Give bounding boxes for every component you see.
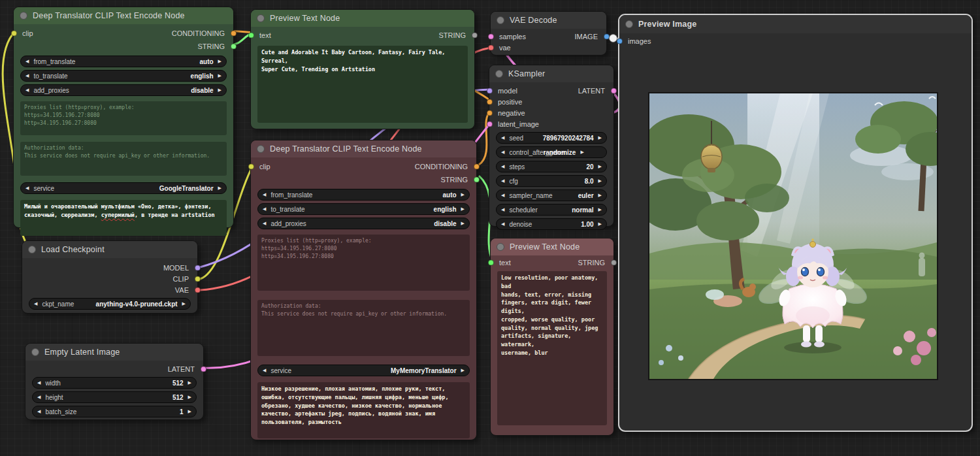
collapse-dot-icon[interactable]: [625, 20, 633, 28]
input-port-vae[interactable]: [488, 44, 494, 50]
output-port-conditioning[interactable]: [231, 31, 237, 37]
output-port-string[interactable]: [472, 33, 478, 39]
decrement-arrow-icon[interactable]: ◀: [37, 380, 41, 385]
widget-sampler-name[interactable]: ◀ sampler_name euler ▶: [496, 189, 607, 201]
decrement-arrow-icon[interactable]: ◀: [263, 368, 266, 373]
collapse-dot-icon[interactable]: [257, 145, 265, 153]
decrement-arrow-icon[interactable]: ◀: [37, 395, 41, 400]
increment-arrow-icon[interactable]: ▶: [598, 207, 602, 212]
increment-arrow-icon[interactable]: ▶: [598, 164, 602, 169]
node-header[interactable]: Preview Text Node: [251, 10, 474, 27]
input-port-text[interactable]: [488, 259, 494, 265]
proxies-textarea[interactable]: Proxies list (http=proxy), example: http…: [20, 101, 227, 135]
collapse-dot-icon[interactable]: [20, 12, 27, 20]
prompt-textarea[interactable]: Милый и очаровательный мультфильм «Оно, …: [20, 200, 227, 236]
widget-cfg[interactable]: ◀ cfg 8.0 ▶: [496, 175, 607, 187]
widget-denoise[interactable]: ◀ denoise 1.00 ▶: [496, 218, 607, 230]
collapse-dot-icon[interactable]: [497, 243, 504, 251]
increment-arrow-icon[interactable]: ▶: [218, 73, 221, 78]
decrement-arrow-icon[interactable]: ◀: [25, 59, 29, 64]
decrement-arrow-icon[interactable]: ◀: [501, 150, 504, 155]
prompt-textarea[interactable]: Низкое разрешение, плохая анатомия, плох…: [257, 382, 470, 438]
node-deep-translator-negative[interactable]: Deep Translator CLIP Text Encode Node cl…: [250, 140, 477, 440]
node-preview-text-positive[interactable]: Preview Text Node text STRING Cute and A…: [250, 9, 475, 129]
decrement-arrow-icon[interactable]: ◀: [25, 186, 29, 191]
collapse-dot-icon[interactable]: [495, 70, 503, 78]
widget-ckpt-name[interactable]: ◀ ckpt_name anything-v4.0-pruned.ckpt ▶: [29, 298, 191, 310]
increment-arrow-icon[interactable]: ▶: [188, 409, 191, 414]
decrement-arrow-icon[interactable]: ◀: [263, 206, 266, 212]
decrement-arrow-icon[interactable]: ◀: [501, 178, 504, 184]
reroute-dot[interactable]: [609, 34, 617, 42]
input-port-samples[interactable]: [488, 33, 494, 39]
node-header[interactable]: VAE Decode: [491, 12, 606, 29]
collapse-dot-icon[interactable]: [31, 348, 39, 356]
increment-arrow-icon[interactable]: ▶: [461, 221, 465, 226]
widget-service[interactable]: ◀ service MyMemoryTranslator ▶: [257, 365, 470, 376]
increment-arrow-icon[interactable]: ▶: [218, 186, 221, 191]
widget-scheduler[interactable]: ◀ scheduler normal ▶: [496, 204, 607, 216]
increment-arrow-icon[interactable]: ▶: [461, 368, 465, 373]
widget-steps[interactable]: ◀ steps 20 ▶: [496, 161, 607, 172]
node-header[interactable]: Empty Latent Image: [25, 344, 203, 361]
widget-width[interactable]: ◀ width 512 ▶: [32, 377, 197, 389]
input-port-model[interactable]: [487, 88, 493, 93]
input-port-clip[interactable]: [11, 31, 17, 37]
input-port-positive[interactable]: [487, 99, 493, 105]
node-deep-translator-positive[interactable]: Deep Translator CLIP Text Encode Node cl…: [13, 7, 234, 228]
widget-add-proxies[interactable]: ◀ add_proxies disable ▶: [20, 84, 227, 96]
node-header[interactable]: Preview Image: [619, 15, 972, 33]
increment-arrow-icon[interactable]: ▶: [188, 395, 191, 400]
increment-arrow-icon[interactable]: ▶: [182, 301, 186, 306]
widget-from-translate[interactable]: ◀ from_translate auto ▶: [20, 56, 227, 67]
node-vae-decode[interactable]: VAE Decode samples IMAGE vae: [490, 11, 607, 56]
increment-arrow-icon[interactable]: ▶: [598, 135, 602, 140]
widget-height[interactable]: ◀ height 512 ▶: [32, 391, 197, 403]
increment-arrow-icon[interactable]: ▶: [598, 193, 602, 198]
collapse-dot-icon[interactable]: [257, 14, 265, 22]
decrement-arrow-icon[interactable]: ◀: [501, 135, 504, 140]
decrement-arrow-icon[interactable]: ◀: [37, 409, 41, 414]
decrement-arrow-icon[interactable]: ◀: [25, 73, 29, 78]
decrement-arrow-icon[interactable]: ◀: [501, 221, 504, 227]
output-port-model[interactable]: [195, 265, 201, 270]
widget-to-translate[interactable]: ◀ to_translate english ▶: [20, 70, 227, 82]
input-port-negative[interactable]: [487, 110, 493, 116]
increment-arrow-icon[interactable]: ▶: [461, 206, 465, 212]
decrement-arrow-icon[interactable]: ◀: [501, 164, 504, 169]
widget-batch-size[interactable]: ◀ batch_size 1 ▶: [32, 406, 197, 417]
collapse-dot-icon[interactable]: [497, 16, 504, 24]
output-port-clip[interactable]: [195, 276, 201, 282]
node-load-checkpoint[interactable]: Load Checkpoint MODEL CLIP VAE ◀ ckpt_na…: [22, 240, 198, 314]
decrement-arrow-icon[interactable]: ◀: [34, 301, 37, 306]
node-empty-latent-image[interactable]: Empty Latent Image LATENT ◀ width 512 ▶ …: [25, 343, 204, 420]
node-header[interactable]: Deep Translator CLIP Text Encode Node: [14, 7, 233, 24]
preview-textarea[interactable]: Cute and Adorable It Baby Cartoon, Fanta…: [257, 46, 468, 123]
input-port-clip[interactable]: [248, 164, 254, 170]
node-graph-canvas[interactable]: Deep Translator CLIP Text Encode Node cl…: [0, 0, 980, 456]
widget-seed[interactable]: ◀ seed 78967920242784 ▶: [496, 132, 607, 144]
output-port-latent[interactable]: [201, 366, 206, 372]
output-port-string[interactable]: [231, 44, 237, 50]
node-header[interactable]: KSampler: [489, 65, 613, 82]
increment-arrow-icon[interactable]: ▶: [218, 88, 221, 93]
decrement-arrow-icon[interactable]: ◀: [501, 207, 504, 212]
increment-arrow-icon[interactable]: ▶: [598, 221, 602, 227]
increment-arrow-icon[interactable]: ▶: [598, 178, 602, 184]
widget-add-proxies[interactable]: ◀ add_proxies disable ▶: [257, 218, 470, 229]
increment-arrow-icon[interactable]: ▶: [188, 380, 191, 385]
output-port-latent[interactable]: [611, 88, 617, 93]
collapse-dot-icon[interactable]: [28, 246, 36, 253]
preview-textarea[interactable]: Low resolution, poor anatomy, bad hands,…: [497, 271, 607, 425]
node-preview-text-negative[interactable]: Preview Text Node text STRING Low resolu…: [490, 238, 614, 436]
decrement-arrow-icon[interactable]: ◀: [25, 88, 29, 93]
node-header[interactable]: Load Checkpoint: [22, 241, 197, 258]
output-port-string[interactable]: [474, 177, 480, 183]
output-port-vae[interactable]: [195, 287, 201, 293]
increment-arrow-icon[interactable]: ▶: [218, 59, 221, 64]
proxies-textarea[interactable]: Proxies list (http=proxy), example: http…: [257, 235, 470, 291]
decrement-arrow-icon[interactable]: ◀: [263, 221, 266, 226]
decrement-arrow-icon[interactable]: ◀: [263, 192, 266, 197]
node-header[interactable]: Deep Translator CLIP Text Encode Node: [251, 140, 476, 157]
decrement-arrow-icon[interactable]: ◀: [501, 193, 504, 198]
